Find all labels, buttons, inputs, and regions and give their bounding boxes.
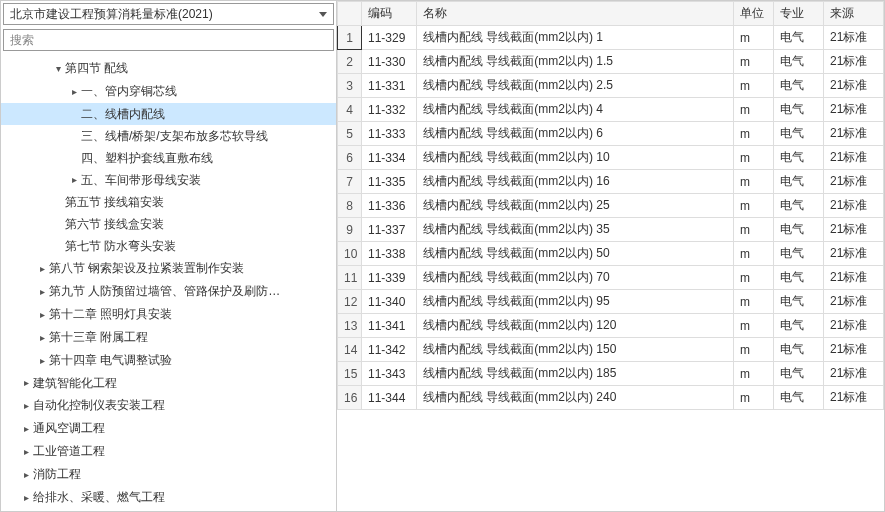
rownum-cell: 8 [338,194,362,218]
tree-item[interactable]: 三、线槽/桥架/支架布放多芯软导线 [1,125,336,147]
tree-arrow-icon[interactable]: ▸ [21,489,31,507]
tree-arrow-icon[interactable]: ▸ [37,306,47,324]
tree-item[interactable]: ▸消防工程 [1,463,336,486]
tree-item[interactable]: ▾第四节 配线 [1,57,336,80]
dropdown-selected: 北京市建设工程预算消耗量标准(2021) [10,7,213,21]
table-row[interactable]: 911-337线槽内配线 导线截面(mm2以内) 35m电气21标准 [338,218,884,242]
col-src[interactable]: 来源 [824,2,884,26]
table-row[interactable]: 711-335线槽内配线 导线截面(mm2以内) 16m电气21标准 [338,170,884,194]
name-cell: 线槽内配线 导线截面(mm2以内) 150 [417,338,734,362]
tree-item[interactable]: ▸第十二章 照明灯具安装 [1,303,336,326]
standard-dropdown[interactable]: 北京市建设工程预算消耗量标准(2021) [3,3,334,25]
table-row[interactable]: 1511-343线槽内配线 导线截面(mm2以内) 185m电气21标准 [338,362,884,386]
tree-arrow-icon[interactable]: ▸ [37,283,47,301]
table-row[interactable]: 411-332线槽内配线 导线截面(mm2以内) 4m电气21标准 [338,98,884,122]
spec-cell: 电气 [774,122,824,146]
app: 北京市建设工程预算消耗量标准(2021) 搜索 ▾第四节 配线▸一、管内穿铜芯线… [0,0,885,512]
rownum-cell: 12 [338,290,362,314]
src-cell: 21标准 [824,98,884,122]
table-row[interactable]: 211-330线槽内配线 导线截面(mm2以内) 1.5m电气21标准 [338,50,884,74]
code-cell: 11-334 [362,146,417,170]
code-cell: 11-337 [362,218,417,242]
spec-cell: 电气 [774,74,824,98]
tree-item[interactable]: 二、线槽内配线 [1,103,336,125]
tree-arrow-icon[interactable]: ▸ [37,260,47,278]
table-row[interactable]: 511-333线槽内配线 导线截面(mm2以内) 6m电气21标准 [338,122,884,146]
tree[interactable]: ▾第四节 配线▸一、管内穿铜芯线二、线槽内配线三、线槽/桥架/支架布放多芯软导线… [1,53,336,511]
left-panel: 北京市建设工程预算消耗量标准(2021) 搜索 ▾第四节 配线▸一、管内穿铜芯线… [1,1,337,511]
name-cell: 线槽内配线 导线截面(mm2以内) 25 [417,194,734,218]
tree-item[interactable]: ▸第九节 人防预留过墙管、管路保护及刷防… [1,280,336,303]
table-row[interactable]: 311-331线槽内配线 导线截面(mm2以内) 2.5m电气21标准 [338,74,884,98]
code-cell: 11-343 [362,362,417,386]
tree-arrow-icon[interactable]: ▸ [21,374,31,392]
search-input[interactable]: 搜索 [3,29,334,51]
tree-arrow-icon[interactable]: ▸ [37,352,47,370]
tree-item-label: 通风空调工程 [31,421,107,435]
tree-item[interactable]: ▸第十四章 电气调整试验 [1,349,336,372]
tree-item[interactable]: 四、塑料护套线直敷布线 [1,147,336,169]
name-cell: 线槽内配线 导线截面(mm2以内) 95 [417,290,734,314]
code-cell: 11-339 [362,266,417,290]
table-row[interactable]: 1611-344线槽内配线 导线截面(mm2以内) 240m电气21标准 [338,386,884,410]
src-cell: 21标准 [824,218,884,242]
unit-cell: m [734,194,774,218]
col-unit[interactable]: 单位 [734,2,774,26]
code-cell: 11-330 [362,50,417,74]
unit-cell: m [734,338,774,362]
rownum-cell: 5 [338,122,362,146]
rownum-cell: 16 [338,386,362,410]
tree-item[interactable]: ▸建筑智能化工程 [1,372,336,395]
tree-arrow-icon[interactable]: ▸ [69,171,79,189]
tree-item[interactable]: ▸通风空调工程 [1,417,336,440]
code-cell: 11-335 [362,170,417,194]
right-panel: 编码 名称 单位 专业 来源 111-329线槽内配线 导线截面(mm2以内) … [337,1,884,511]
tree-item-label: 二、线槽内配线 [79,107,167,121]
tree-arrow-icon[interactable]: ▸ [21,466,31,484]
spec-cell: 电气 [774,314,824,338]
src-cell: 21标准 [824,290,884,314]
src-cell: 21标准 [824,362,884,386]
spec-cell: 电气 [774,26,824,50]
tree-item[interactable]: 第五节 接线箱安装 [1,191,336,213]
col-code[interactable]: 编码 [362,2,417,26]
tree-item[interactable]: ▸自动化控制仪表安装工程 [1,394,336,417]
table-row[interactable]: 1111-339线槽内配线 导线截面(mm2以内) 70m电气21标准 [338,266,884,290]
table-row[interactable]: 1211-340线槽内配线 导线截面(mm2以内) 95m电气21标准 [338,290,884,314]
table-row[interactable]: 1011-338线槽内配线 导线截面(mm2以内) 50m电气21标准 [338,242,884,266]
table-row[interactable]: 1311-341线槽内配线 导线截面(mm2以内) 120m电气21标准 [338,314,884,338]
table-row[interactable]: 811-336线槽内配线 导线截面(mm2以内) 25m电气21标准 [338,194,884,218]
table-row[interactable]: 111-329线槽内配线 导线截面(mm2以内) 1m电气21标准 [338,26,884,50]
tree-item[interactable]: ▸给排水、采暖、燃气工程 [1,486,336,509]
unit-cell: m [734,218,774,242]
tree-item[interactable]: ▸五、车间带形母线安装 [1,169,336,192]
tree-arrow-icon[interactable]: ▸ [21,397,31,415]
rownum-cell: 6 [338,146,362,170]
tree-item[interactable]: ▸一、管内穿铜芯线 [1,80,336,103]
tree-item[interactable]: ▸第八节 钢索架设及拉紧装置制作安装 [1,257,336,280]
rownum-cell: 9 [338,218,362,242]
table-row[interactable]: 1411-342线槽内配线 导线截面(mm2以内) 150m电气21标准 [338,338,884,362]
tree-item[interactable]: ▸工业管道工程 [1,440,336,463]
col-name[interactable]: 名称 [417,2,734,26]
tree-arrow-icon[interactable]: ▸ [69,83,79,101]
tree-item-label: 消防工程 [31,467,83,481]
src-cell: 21标准 [824,314,884,338]
table-row[interactable]: 611-334线槽内配线 导线截面(mm2以内) 10m电气21标准 [338,146,884,170]
src-cell: 21标准 [824,266,884,290]
src-cell: 21标准 [824,242,884,266]
col-spec[interactable]: 专业 [774,2,824,26]
src-cell: 21标准 [824,194,884,218]
tree-item[interactable]: 第六节 接线盒安装 [1,213,336,235]
tree-item[interactable]: ▸第十三章 附属工程 [1,326,336,349]
tree-arrow-icon[interactable]: ▸ [37,329,47,347]
tree-arrow-icon[interactable]: ▸ [21,443,31,461]
tree-item[interactable]: 第七节 防水弯头安装 [1,235,336,257]
tree-arrow-icon[interactable]: ▾ [53,60,63,78]
spec-cell: 电气 [774,218,824,242]
code-cell: 11-338 [362,242,417,266]
code-cell: 11-332 [362,98,417,122]
tree-item[interactable]: ▸信息通信设备与线缆安装工程 [1,509,336,511]
tree-arrow-icon[interactable]: ▸ [21,420,31,438]
rownum-cell: 11 [338,266,362,290]
